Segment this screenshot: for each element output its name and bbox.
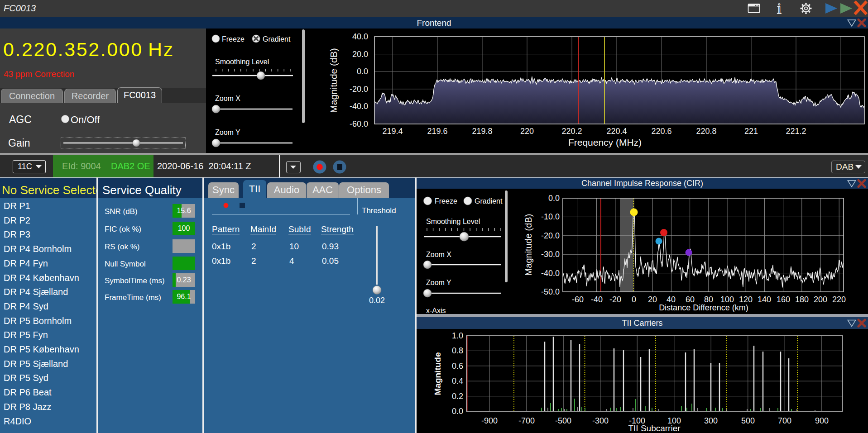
svg-text:0.2: 0.2 <box>452 392 463 401</box>
svg-text:40: 40 <box>667 295 676 304</box>
svg-text:-40.0: -40.0 <box>541 269 560 278</box>
svg-text:Zoom Y: Zoom Y <box>215 128 240 136</box>
svg-text:Gradient: Gradient <box>475 197 503 205</box>
svg-text:-500: -500 <box>555 416 571 425</box>
svg-text:220.4: 220.4 <box>606 127 627 136</box>
svg-text:-700: -700 <box>518 416 535 425</box>
svg-text:0.0: 0.0 <box>357 67 368 76</box>
svg-text:220.8: 220.8 <box>696 127 716 136</box>
svg-text:Frequency (MHz): Frequency (MHz) <box>568 137 642 148</box>
svg-text:i: i <box>777 0 781 17</box>
svg-text:219.6: 219.6 <box>427 127 447 136</box>
svg-text:-40: -40 <box>591 295 603 304</box>
svg-text:200: 200 <box>814 295 827 304</box>
svg-text:-50.0: -50.0 <box>541 287 560 296</box>
svg-text:-40.0: -40.0 <box>350 102 368 111</box>
svg-text:Freeze: Freeze <box>435 197 457 205</box>
svg-text:300: 300 <box>704 416 718 425</box>
svg-text:TII Subcarrier: TII Subcarrier <box>628 423 681 433</box>
svg-text:Magnitude (dB): Magnitude (dB) <box>328 48 339 113</box>
svg-text:220: 220 <box>832 295 846 304</box>
svg-text:Zoom X: Zoom X <box>426 251 451 258</box>
svg-text:0: 0 <box>632 295 636 304</box>
svg-text:-60: -60 <box>572 295 584 304</box>
svg-text:Magnitude (dB): Magnitude (dB) <box>523 214 533 276</box>
svg-text:-20.0: -20.0 <box>350 85 368 94</box>
svg-text:-20: -20 <box>609 295 621 304</box>
svg-text:221: 221 <box>744 127 758 136</box>
svg-text:500: 500 <box>741 416 755 425</box>
svg-text:100: 100 <box>720 295 734 304</box>
svg-text:0.4: 0.4 <box>452 376 463 385</box>
svg-text:Gradient: Gradient <box>263 35 291 43</box>
svg-text:220.6: 220.6 <box>651 127 671 136</box>
svg-text:-60.0: -60.0 <box>350 119 368 128</box>
svg-text:0.6: 0.6 <box>452 362 463 371</box>
svg-text:900: 900 <box>815 416 829 425</box>
svg-text:60: 60 <box>686 295 695 304</box>
svg-text:-20.0: -20.0 <box>541 231 560 240</box>
svg-text:0.0: 0.0 <box>452 407 463 416</box>
svg-text:-300: -300 <box>592 416 609 425</box>
svg-text:0.8: 0.8 <box>452 346 463 355</box>
svg-text:80: 80 <box>704 295 713 304</box>
svg-text:Freeze: Freeze <box>222 35 245 43</box>
svg-text:x-Axis: x-Axis <box>426 307 446 314</box>
svg-text:-900: -900 <box>481 416 498 425</box>
svg-text:219.8: 219.8 <box>472 127 492 136</box>
svg-text:20.0: 20.0 <box>352 50 368 59</box>
svg-text:Magnitude: Magnitude <box>433 352 442 395</box>
svg-text:0.0: 0.0 <box>548 194 560 203</box>
svg-text:180: 180 <box>795 295 809 304</box>
svg-text:120: 120 <box>739 295 753 304</box>
svg-text:Smoothing Level: Smoothing Level <box>426 218 480 225</box>
svg-text:Distance Difference (km): Distance Difference (km) <box>659 303 748 312</box>
svg-text:20: 20 <box>648 295 657 304</box>
svg-text:-10.0: -10.0 <box>541 212 560 221</box>
svg-text:Zoom Y: Zoom Y <box>426 279 451 286</box>
svg-text:700: 700 <box>778 416 791 425</box>
svg-text:40.0: 40.0 <box>352 32 368 41</box>
svg-text:221.2: 221.2 <box>786 127 806 136</box>
svg-text:1.0: 1.0 <box>452 331 463 340</box>
svg-text:Zoom X: Zoom X <box>215 95 240 102</box>
svg-text:160: 160 <box>777 295 790 304</box>
svg-text:-30.0: -30.0 <box>541 250 560 259</box>
svg-text:Smoothing Level: Smoothing Level <box>215 58 269 66</box>
svg-text:219.4: 219.4 <box>382 127 403 136</box>
svg-text:220: 220 <box>520 127 534 136</box>
svg-text:220.2: 220.2 <box>561 127 582 136</box>
svg-text:140: 140 <box>758 295 771 304</box>
